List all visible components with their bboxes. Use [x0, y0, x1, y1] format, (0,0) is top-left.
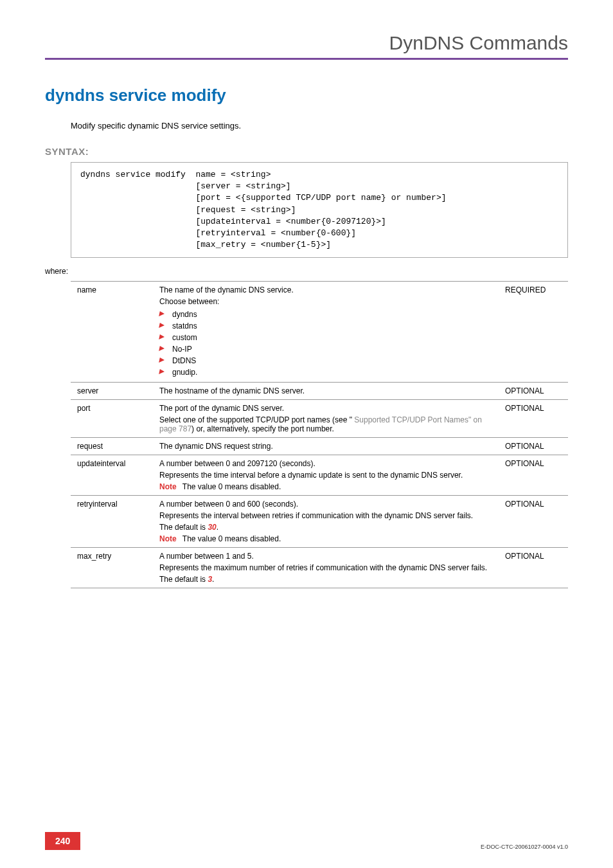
param-desc: A number between 0 and 2097120 (seconds)… — [159, 455, 505, 496]
param-name: retryinterval — [71, 496, 159, 548]
param-row-updateinterval: updateinterval A number between 0 and 20… — [71, 455, 568, 496]
param-desc: The port of the dynamic DNS server. Sele… — [159, 400, 505, 438]
where-label: where: — [45, 267, 568, 276]
text: ) or, alternatively, specify the port nu… — [191, 424, 334, 433]
note-text: The value 0 means disabled. — [182, 534, 281, 543]
param-desc-choose: Choose between: — [159, 297, 500, 306]
param-optional: OPTIONAL — [505, 496, 568, 548]
text: . — [212, 575, 214, 584]
default-value: 30 — [208, 523, 216, 532]
param-row-maxretry: max_retry A number between 1 and 5. Repr… — [71, 548, 568, 588]
param-table: name The name of the dynamic DNS service… — [71, 281, 568, 588]
param-name: max_retry — [71, 548, 159, 588]
param-default: The default is 30. — [159, 523, 500, 532]
param-desc-lead: The name of the dynamic DNS service. — [159, 285, 294, 294]
text: Select one of the supported TCP/UDP port… — [159, 415, 352, 424]
syntax-label: SYNTAX: — [45, 146, 568, 157]
text: The default is — [159, 523, 208, 532]
param-desc-line: A number between 1 and 5. — [159, 552, 254, 561]
header-rule — [45, 58, 568, 60]
page-title: dyndns service modify — [45, 86, 568, 105]
text: The default is — [159, 575, 208, 584]
param-note: Note The value 0 means disabled. — [159, 482, 500, 491]
param-desc: The hostname of the dynamic DNS server. — [159, 383, 505, 400]
list-item: custom — [159, 332, 500, 343]
syntax-box: dyndns service modify name = <string> [s… — [71, 162, 568, 258]
param-name: port — [71, 400, 159, 438]
param-desc: A number between 0 and 600 (seconds). Re… — [159, 496, 505, 548]
note-text: The value 0 means disabled. — [182, 482, 281, 491]
param-optional: OPTIONAL — [505, 455, 568, 496]
param-desc-line: Represents the maximum number of retries… — [159, 563, 500, 572]
doc-id: E-DOC-CTC-20061027-0004 v1.0 — [481, 844, 568, 850]
param-desc-line: Represents the time interval before a dy… — [159, 471, 500, 480]
param-default: The default is 3. — [159, 575, 500, 584]
param-desc: The name of the dynamic DNS service. Cho… — [159, 282, 505, 383]
param-optional: OPTIONAL — [505, 400, 568, 438]
list-item: dyndns — [159, 309, 500, 320]
param-optional: OPTIONAL — [505, 438, 568, 455]
list-item: statdns — [159, 320, 500, 332]
param-desc: The dynamic DNS request string. — [159, 438, 505, 455]
param-name: name — [71, 282, 159, 383]
param-name: request — [71, 438, 159, 455]
param-row-server: server The hostname of the dynamic DNS s… — [71, 383, 568, 400]
param-desc: A number between 1 and 5. Represents the… — [159, 548, 505, 588]
param-row-request: request The dynamic DNS request string. … — [71, 438, 568, 455]
list-item: DtDNS — [159, 355, 500, 366]
list-item: No-IP — [159, 343, 500, 355]
param-name: server — [71, 383, 159, 400]
text: . — [217, 523, 218, 532]
list-item: gnudip. — [159, 366, 500, 378]
param-note: Note The value 0 means disabled. — [159, 534, 500, 543]
header-title: DynDNS Commands — [45, 32, 568, 58]
note-label: Note — [159, 534, 177, 543]
param-row-port: port The port of the dynamic DNS server.… — [71, 400, 568, 438]
param-row-retryinterval: retryinterval A number between 0 and 600… — [71, 496, 568, 548]
param-optional: OPTIONAL — [505, 548, 568, 588]
param-name: updateinterval — [71, 455, 159, 496]
footer: 240 E-DOC-CTC-20061027-0004 v1.0 — [45, 832, 568, 850]
param-optional: OPTIONAL — [505, 383, 568, 400]
option-list: dyndns statdns custom No-IP DtDNS gnudip… — [159, 309, 500, 378]
param-desc-line: A number between 0 and 600 (seconds). — [159, 500, 298, 509]
param-row-name: name The name of the dynamic DNS service… — [71, 282, 568, 383]
param-desc-line: The port of the dynamic DNS server. — [159, 404, 284, 413]
param-required: REQUIRED — [505, 282, 568, 383]
param-desc-line: A number between 0 and 2097120 (seconds)… — [159, 459, 315, 468]
intro-text: Modify specific dynamic DNS service sett… — [71, 121, 568, 131]
param-desc-line: Represents the interval between retries … — [159, 511, 500, 520]
note-label: Note — [159, 482, 177, 491]
param-desc-line: Select one of the supported TCP/UDP port… — [159, 415, 500, 433]
page-number: 240 — [45, 832, 80, 850]
